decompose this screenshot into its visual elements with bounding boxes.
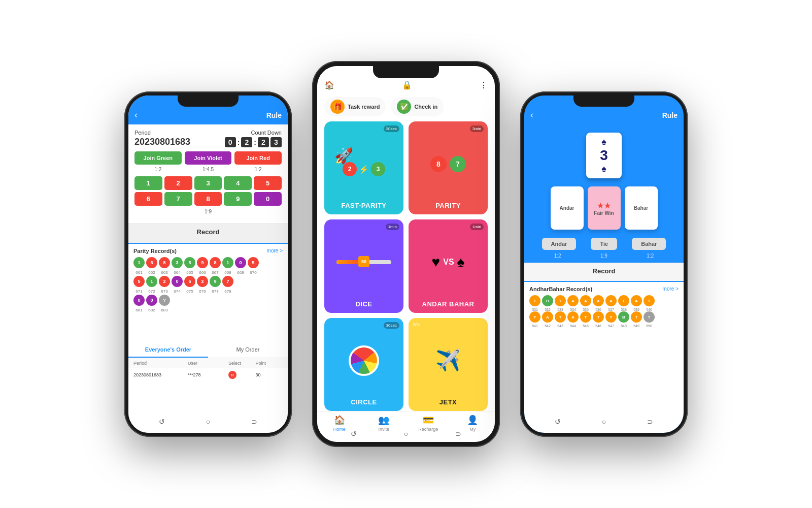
p-circle: 0 <box>235 257 246 268</box>
ab-title: ANDAR BAHAR <box>422 300 475 308</box>
center-phone-screen: 🏠 🔒 ⋮ 🎁 Task reward ✅ Check in <box>317 66 495 442</box>
parity-record-title: Parity Record(s) <box>133 248 177 254</box>
right-record-section: Record <box>524 263 684 281</box>
check-in-item[interactable]: ✅ Check in <box>391 97 444 116</box>
game-card-jetx[interactable]: 30s ✈️ JetX <box>409 318 488 411</box>
game-card-fast-parity[interactable]: 30sec 🚀 2 ⚡ 3 FAST-PARITY <box>324 121 403 214</box>
col-select: Select <box>228 361 255 366</box>
left-phone-screen: ‹ Rule Period Count Down 20230801683 0 : <box>128 96 288 433</box>
num-btn-2[interactable]: 2 <box>164 176 192 190</box>
ab-num: 546 <box>593 324 604 328</box>
join-green-button[interactable]: Join Green <box>134 151 182 165</box>
p-circle: ? <box>159 295 170 306</box>
parity-circles: 8 7 <box>430 156 466 172</box>
task-reward-item[interactable]: 🎁 Task reward <box>324 97 386 116</box>
home-icon[interactable]: ○ <box>206 418 210 426</box>
ab-num: 536 <box>593 308 604 311</box>
ab-more-link[interactable]: more > <box>663 286 679 292</box>
bahar-bet-button[interactable]: Bahar <box>632 238 666 250</box>
num-btn-0[interactable]: 0 <box>254 192 282 206</box>
ab-circle: B <box>618 311 629 323</box>
order-select-badge: R <box>228 371 236 379</box>
bahar-label: Bahar <box>634 205 648 211</box>
num-btn-8[interactable]: 8 <box>194 192 222 206</box>
ab-circle: A <box>580 295 591 306</box>
ab-three-cards: Andar ★★ Fair Win Bahar <box>524 182 684 234</box>
num-btn-5[interactable]: 5 <box>254 176 282 190</box>
ab-icon-area: ♥ VS ♠ <box>414 225 483 300</box>
refresh-icon[interactable]: ↺ <box>159 418 165 426</box>
p-num: 678 <box>222 289 233 294</box>
p-circle: 5 <box>133 276 145 287</box>
fast-parity-timer: 30sec <box>384 125 399 132</box>
parity-record-header: Parity Record(s) more > <box>133 248 283 254</box>
countdown-sep2: : <box>254 138 256 146</box>
num-btn-6[interactable]: 6 <box>134 192 162 206</box>
ab-num: 550 <box>644 324 655 328</box>
num-btn-1[interactable]: 1 <box>134 176 162 190</box>
tab-my-order[interactable]: My Order <box>208 342 288 358</box>
ab-circle: A <box>567 295 579 306</box>
back-icon[interactable]: ‹ <box>134 110 138 120</box>
center-home-icon[interactable]: ○ <box>404 430 408 438</box>
parity-nums-row1: 661 662 663 664 665 666 667 668 669 670 <box>133 270 283 275</box>
dice-icon-area: 50 <box>329 225 398 300</box>
join-ratios: 1:2 1:4.5 1:2 <box>134 167 282 172</box>
join-violet-button[interactable]: Join Violet <box>185 151 232 165</box>
ab-num: 549 <box>631 324 642 328</box>
back-nav-icon[interactable]: ⊃ <box>251 418 257 426</box>
parity-record: Parity Record(s) more > 1 5 8 3 5 9 8 1 <box>128 243 288 342</box>
col-user: User <box>188 361 228 366</box>
tie-ratio: 1:9 <box>600 253 607 259</box>
ab-num: 545 <box>580 324 591 328</box>
game-card-andar-bahar[interactable]: 1min ♥ VS ♠ ANDAR BAHAR <box>409 219 488 312</box>
num-btn-3[interactable]: 3 <box>194 176 222 190</box>
bahar-ratio: 1:2 <box>647 253 654 259</box>
heart-icon: ♥ <box>432 254 441 270</box>
p-num: 671 <box>133 289 145 294</box>
ab-circle: A <box>631 295 642 306</box>
game-card-parity[interactable]: 3min 8 7 PARITY <box>409 121 488 214</box>
center-rewards-row: 🎁 Task reward ✅ Check in <box>317 94 495 121</box>
num-btn-7[interactable]: 7 <box>164 192 192 206</box>
ab-circle: T <box>529 295 540 306</box>
center-refresh-icon[interactable]: ↺ <box>351 430 357 438</box>
right-home-icon[interactable]: ○ <box>602 418 606 426</box>
right-back-icon[interactable]: ‹ <box>530 110 533 120</box>
countdown-d2: 2 <box>241 137 252 147</box>
ab-circle: A <box>542 311 553 323</box>
center-back-icon[interactable]: ⊃ <box>455 430 461 438</box>
home-nav-icon[interactable]: 🏠 <box>324 80 334 90</box>
right-refresh-icon[interactable]: ↺ <box>555 418 561 426</box>
card-suit-top: ♠ <box>601 137 606 147</box>
countdown-digits: 0 : 2 : 2 3 <box>225 137 282 147</box>
card-number: 3 <box>600 147 608 164</box>
more-options-icon[interactable]: ⋮ <box>480 80 488 90</box>
ab-num: 542 <box>542 324 553 328</box>
andar-bet-button[interactable]: Andar <box>542 238 577 250</box>
right-back-icon[interactable]: ⊃ <box>647 418 653 426</box>
p-num: 664 <box>172 270 183 275</box>
p-circle: 1 <box>222 257 233 268</box>
fast-parity-title: FAST-PARITY <box>341 202 386 209</box>
join-red-button[interactable]: Join Red <box>234 151 282 165</box>
join-buttons: Join Green Join Violet Join Red <box>134 151 282 165</box>
num-btn-9[interactable]: 9 <box>224 192 252 206</box>
p-circle: 0 <box>146 295 157 306</box>
p-num: 661 <box>133 270 145 275</box>
ab-bet-row: Andar Tie Bahar <box>524 234 684 252</box>
game-card-circle[interactable]: 30sec Circle <box>324 318 403 411</box>
ab-circle: T <box>593 311 604 323</box>
dice-thumb: 50 <box>358 256 369 267</box>
p-circle: 8 <box>210 257 221 268</box>
ab-record-header: AndharBahar Record(s) more > <box>529 286 679 292</box>
p-circle: 8 <box>159 257 170 268</box>
num-btn-4[interactable]: 4 <box>224 176 252 190</box>
tab-everyones-order[interactable]: Everyone's Order <box>128 342 208 358</box>
p-num: 674 <box>172 289 183 294</box>
game-card-dice[interactable]: 1min 50 DICE <box>324 219 403 312</box>
parity-more-link[interactable]: more > <box>267 248 283 254</box>
parity-icon-area: 8 7 <box>414 126 483 202</box>
record-title: Record <box>134 228 282 236</box>
tie-bet-button[interactable]: Tie <box>591 238 617 250</box>
